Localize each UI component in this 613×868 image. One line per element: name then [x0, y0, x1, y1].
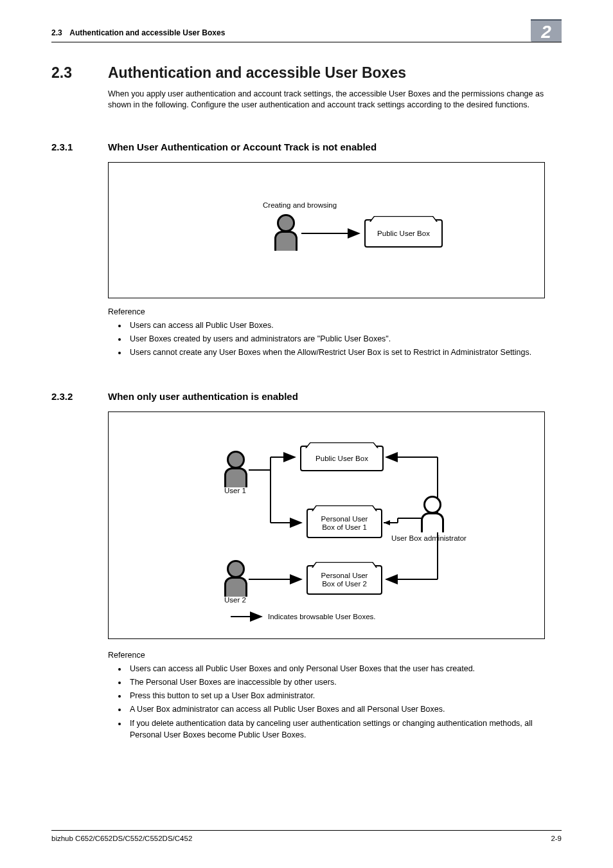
reference-1-label: Reference: [108, 307, 145, 316]
header-rule: [51, 42, 562, 42]
footer-rule: [51, 830, 562, 831]
reference-2-list: Users can access all Public User Boxes a…: [108, 663, 562, 743]
public-box: Public User Box: [300, 446, 384, 471]
page: 2.3 Authentication and accessible User B…: [0, 0, 613, 868]
reference-1-item: Users cannot create any User Boxes when …: [127, 347, 562, 358]
reference-1-item: Users can access all Public User Boxes.: [127, 320, 562, 331]
subsection-2-number: 2.3.2: [51, 391, 73, 402]
diagram-1: Creating and browsing Public User Box: [108, 162, 545, 298]
legend-label: Indicates browsable User Boxes.: [268, 613, 375, 620]
reference-2-item: If you delete authentication data by can…: [127, 718, 562, 741]
footer-model: bizhub C652/C652DS/C552/C552DS/C452: [51, 835, 192, 842]
admin-icon: [421, 496, 444, 532]
section-title: Authentication and accessible User Boxes: [108, 64, 406, 82]
personal-box-2-line1: Personal User: [321, 572, 368, 580]
svg-marker-12: [384, 520, 390, 525]
subsection-1-title: When User Authentication or Account Trac…: [108, 141, 377, 152]
header-badge: 2: [531, 19, 562, 42]
header-breadcrumb: 2.3 Authentication and accessible User B…: [51, 28, 225, 37]
diagram-2: User 1 User 2 Public User Box Personal U…: [108, 411, 545, 639]
personal-box-2-line2: Box of User 2: [322, 580, 367, 588]
public-user-box: Public User Box: [364, 219, 443, 248]
personal-box-1-line2: Box of User 1: [322, 523, 367, 532]
personal-box-2: Personal User Box of User 2: [306, 565, 382, 595]
user-2-label: User 2: [224, 596, 246, 604]
reference-2-item: The Personal User Boxes are inaccessible…: [127, 676, 562, 688]
user-1-icon: [224, 451, 247, 487]
reference-2-label: Reference: [108, 651, 145, 660]
reference-2-item: Users can access all Public User Boxes a…: [127, 663, 562, 674]
public-box-label: Public User Box: [315, 455, 368, 462]
admin-label: User Box administrator: [391, 534, 466, 542]
user-2-icon: [224, 560, 247, 597]
reference-2-item: Press this button to set up a User Box a…: [127, 690, 562, 701]
diagram-1-arrow: [109, 163, 546, 298]
public-user-box-label: Public User Box: [377, 230, 430, 237]
footer-page-number: 2-9: [551, 835, 562, 842]
section-number: 2.3: [51, 64, 72, 82]
personal-box-1: Personal User Box of User 1: [306, 509, 382, 538]
section-intro: When you apply user authentication and a…: [108, 89, 562, 111]
reference-1-list: Users can access all Public User Boxes. …: [108, 320, 562, 360]
personal-box-1-line1: Personal User: [321, 515, 368, 523]
subsection-2-title: When only user authentication is enabled: [108, 391, 298, 402]
reference-2-item: A User Box administrator can access all …: [127, 703, 562, 715]
subsection-1-number: 2.3.1: [51, 141, 73, 152]
reference-1-item: User Boxes created by users and administ…: [127, 333, 562, 345]
user-1-label: User 1: [224, 487, 246, 494]
